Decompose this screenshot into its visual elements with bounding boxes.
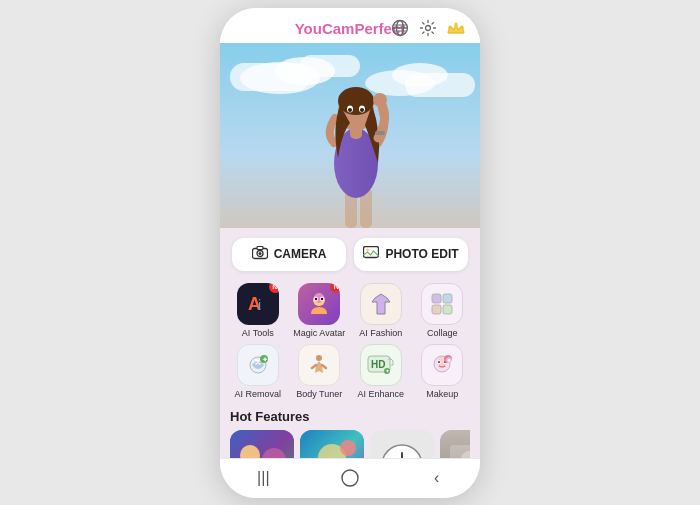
svg-text:✦: ✦ bbox=[385, 368, 390, 374]
camera-label: CAMERA bbox=[274, 247, 327, 261]
tool-ai-fashion[interactable]: AI Fashion bbox=[353, 283, 409, 338]
tool-ai-enhance[interactable]: HD ✦ AI Enhance bbox=[353, 344, 409, 399]
svg-rect-25 bbox=[375, 131, 385, 135]
svg-point-23 bbox=[360, 108, 364, 112]
svg-point-31 bbox=[366, 248, 369, 251]
svg-rect-43 bbox=[443, 305, 452, 314]
camera-icon bbox=[252, 246, 268, 263]
svg-point-22 bbox=[348, 108, 352, 112]
ai-fashion-label: AI Fashion bbox=[359, 328, 402, 338]
svg-point-38 bbox=[315, 297, 317, 299]
tool-makeup[interactable]: ◉ Makeup bbox=[415, 344, 471, 399]
svg-rect-60 bbox=[230, 430, 294, 458]
nav-home-button[interactable] bbox=[330, 463, 370, 493]
tools-grid: A i N AI Tools bbox=[230, 283, 470, 399]
collage-icon-box bbox=[421, 283, 463, 325]
page-wrapper: YouCamPerfect bbox=[0, 0, 700, 505]
ai-tools-label: AI Tools bbox=[242, 328, 274, 338]
svg-point-65 bbox=[340, 440, 356, 456]
hot-feature-card-1[interactable] bbox=[230, 430, 294, 458]
svg-point-8 bbox=[461, 26, 463, 28]
globe-icon[interactable] bbox=[390, 18, 410, 38]
ai-removal-label: AI Removal bbox=[234, 389, 281, 399]
crown-icon[interactable] bbox=[446, 18, 466, 38]
camera-button[interactable]: CAMERA bbox=[232, 238, 346, 271]
svg-text:◉: ◉ bbox=[446, 355, 452, 362]
svg-point-24 bbox=[373, 93, 387, 107]
nav-bar: ||| ‹ bbox=[220, 458, 480, 498]
svg-rect-28 bbox=[257, 246, 263, 249]
hot-features-row bbox=[230, 430, 470, 458]
clock-icon bbox=[380, 443, 424, 458]
badge-new: N bbox=[330, 283, 340, 293]
svg-point-56 bbox=[438, 361, 440, 363]
hero-image bbox=[220, 43, 480, 228]
makeup-icon-box: ◉ bbox=[421, 344, 463, 386]
hot-feature-card-3[interactable] bbox=[370, 430, 434, 458]
tool-ai-tools[interactable]: A i N AI Tools bbox=[230, 283, 286, 338]
svg-rect-30 bbox=[364, 246, 379, 257]
header-icons bbox=[390, 18, 466, 38]
ai-enhance-icon-box: HD ✦ bbox=[360, 344, 402, 386]
svg-point-39 bbox=[321, 297, 323, 299]
tool-magic-avatar[interactable]: N Magic Avatar bbox=[292, 283, 348, 338]
svg-text:i: i bbox=[258, 297, 261, 313]
ai-enhance-label: AI Enhance bbox=[357, 389, 404, 399]
svg-point-19 bbox=[338, 87, 374, 115]
photo-edit-button[interactable]: PHOTO EDIT bbox=[354, 238, 468, 271]
logo-youcam: YouCam bbox=[295, 20, 355, 37]
settings-icon[interactable] bbox=[418, 18, 438, 38]
hot-features-section: Hot Features bbox=[220, 405, 480, 458]
makeup-label: Makeup bbox=[426, 389, 458, 399]
nav-menu-button[interactable]: ||| bbox=[243, 463, 283, 493]
hot-features-title: Hot Features bbox=[230, 409, 470, 424]
svg-point-6 bbox=[455, 23, 458, 26]
svg-rect-42 bbox=[432, 305, 441, 314]
tool-ai-removal[interactable]: ✦ AI Removal bbox=[230, 344, 286, 399]
photo-edit-icon bbox=[363, 246, 379, 263]
nav-back-button[interactable]: ‹ bbox=[417, 463, 457, 493]
svg-point-47 bbox=[316, 355, 322, 361]
svg-rect-40 bbox=[432, 294, 441, 303]
header: YouCamPerfect bbox=[220, 8, 480, 43]
svg-point-5 bbox=[426, 26, 431, 31]
tool-body-tuner[interactable]: Body Tuner bbox=[292, 344, 348, 399]
tools-section: A i N AI Tools bbox=[220, 279, 480, 405]
body-tuner-label: Body Tuner bbox=[296, 389, 342, 399]
tool-collage[interactable]: Collage bbox=[415, 283, 471, 338]
hot-feature-card-4[interactable] bbox=[440, 430, 470, 458]
svg-point-7 bbox=[448, 26, 450, 28]
svg-rect-41 bbox=[443, 294, 452, 303]
phone-frame: YouCamPerfect bbox=[220, 8, 480, 498]
svg-text:HD: HD bbox=[371, 359, 385, 370]
cloud-decoration bbox=[300, 55, 360, 77]
magic-avatar-label: Magic Avatar bbox=[293, 328, 345, 338]
collage-label: Collage bbox=[427, 328, 458, 338]
ai-tools-icon-box: A i N bbox=[237, 283, 279, 325]
app-logo: YouCamPerfect bbox=[295, 20, 406, 37]
photo-edit-label: PHOTO EDIT bbox=[385, 247, 458, 261]
svg-rect-77 bbox=[342, 470, 358, 486]
action-buttons: CAMERA PHOTO EDIT bbox=[220, 228, 480, 279]
svg-text:✦: ✦ bbox=[261, 355, 267, 362]
ai-removal-icon-box: ✦ bbox=[237, 344, 279, 386]
magic-avatar-icon-box: N bbox=[298, 283, 340, 325]
body-tuner-icon-box bbox=[298, 344, 340, 386]
hot-feature-card-2[interactable] bbox=[300, 430, 364, 458]
cloud-decoration bbox=[230, 63, 310, 91]
badge-new: N bbox=[269, 283, 279, 293]
cloud-decoration bbox=[405, 73, 475, 97]
ai-fashion-icon-box bbox=[360, 283, 402, 325]
svg-point-29 bbox=[258, 252, 261, 255]
